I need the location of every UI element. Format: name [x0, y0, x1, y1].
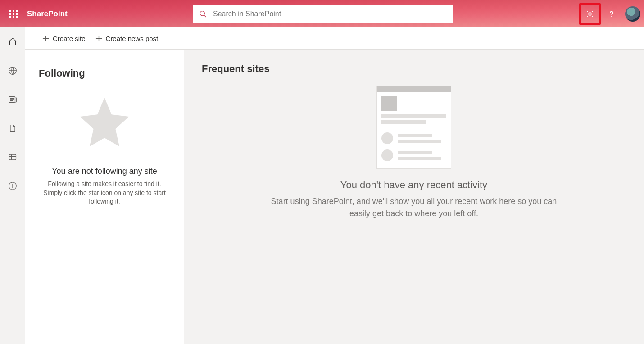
- create-site-label: Create site: [53, 35, 86, 42]
- account-avatar[interactable]: [625, 6, 640, 22]
- search-box[interactable]: [193, 5, 453, 23]
- svg-rect-8: [16, 16, 18, 18]
- svg-point-11: [589, 13, 591, 15]
- star-illustration: [75, 93, 134, 153]
- create-news-post-label: Create news post: [106, 35, 159, 42]
- svg-rect-4: [13, 13, 14, 15]
- command-bar: Create site Create news post: [25, 27, 644, 50]
- plus-circle-icon: [8, 181, 18, 191]
- svg-rect-1: [13, 10, 14, 12]
- help-icon: [607, 9, 616, 18]
- header-right: [579, 3, 644, 25]
- gear-icon: [585, 9, 595, 19]
- following-empty-body: Following a site makes it easier to find…: [39, 180, 170, 206]
- app-launcher-button[interactable]: [3, 3, 24, 25]
- rail-create[interactable]: [4, 180, 22, 192]
- plus-icon: [95, 35, 102, 42]
- news-icon: [8, 95, 18, 104]
- help-button[interactable]: [601, 3, 622, 25]
- settings-button[interactable]: [579, 3, 601, 25]
- create-site-button[interactable]: Create site: [42, 35, 86, 42]
- left-rail: [0, 27, 25, 344]
- list-icon: [8, 153, 18, 162]
- home-icon: [8, 37, 18, 47]
- globe-icon: [8, 66, 18, 76]
- svg-rect-2: [16, 10, 18, 12]
- star-icon: [75, 93, 134, 151]
- search-input[interactable]: [213, 10, 447, 18]
- following-title: Following: [39, 68, 85, 79]
- search-container: [193, 5, 453, 23]
- rail-lists[interactable]: [4, 151, 22, 163]
- app-name: SharePoint: [27, 9, 68, 18]
- create-news-post-button[interactable]: Create news post: [95, 35, 159, 42]
- svg-rect-5: [16, 13, 18, 15]
- svg-line-10: [204, 15, 206, 17]
- rail-home[interactable]: [4, 36, 22, 48]
- page-illustration: [377, 86, 451, 168]
- search-icon: [199, 10, 207, 18]
- waffle-icon: [9, 10, 18, 18]
- svg-rect-15: [9, 154, 16, 160]
- page-body: Following You are not following any site…: [25, 50, 644, 344]
- plus-icon: [42, 35, 49, 42]
- svg-rect-0: [9, 10, 11, 12]
- following-empty-heading: You are not following any site: [52, 167, 157, 176]
- frequent-empty-heading: You don't have any recent activity: [340, 179, 487, 191]
- suite-header: SharePoint: [0, 0, 644, 27]
- file-icon: [8, 123, 17, 133]
- frequent-empty-state: You don't have any recent activity Start…: [256, 86, 571, 220]
- frequent-sites-panel: Frequent sites You don't have any recent…: [184, 50, 644, 344]
- rail-news[interactable]: [4, 93, 22, 106]
- svg-point-12: [611, 16, 612, 17]
- frequent-empty-body: Start using SharePoint, and we'll show y…: [270, 195, 558, 220]
- rail-files[interactable]: [4, 122, 22, 135]
- frequent-title: Frequent sites: [202, 63, 626, 75]
- following-panel: Following You are not following any site…: [25, 50, 184, 344]
- rail-my-sites[interactable]: [4, 64, 22, 77]
- svg-rect-6: [9, 16, 11, 18]
- svg-rect-7: [13, 16, 14, 18]
- svg-rect-3: [9, 13, 11, 15]
